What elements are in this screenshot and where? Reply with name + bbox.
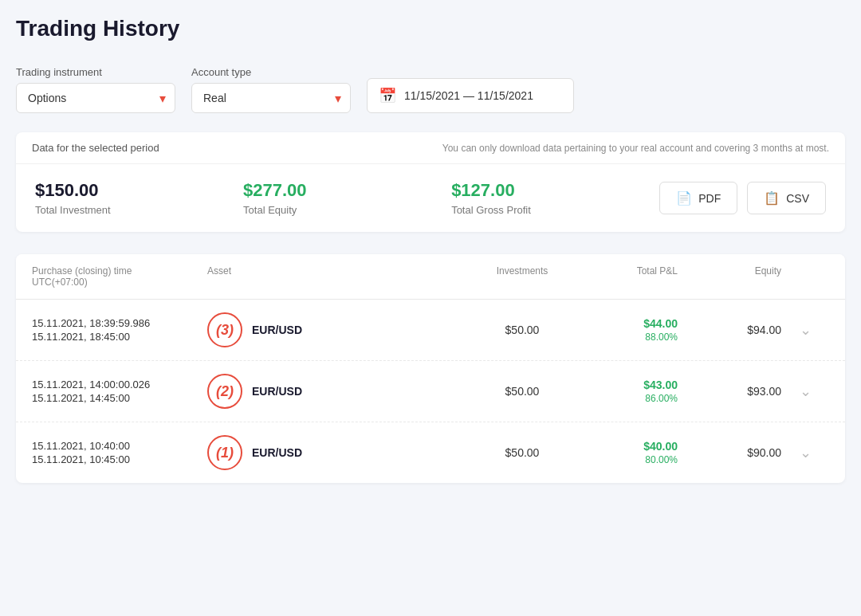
investment-1: $50.00	[470, 324, 574, 336]
th-asset: Asset	[207, 265, 470, 288]
equity-value-2: $93.00	[747, 385, 781, 398]
time-open-2: 15.11.2021, 14:00:00.026	[32, 379, 207, 390]
time-close-2: 15.11.2021, 14:45:00	[32, 392, 207, 404]
summary-content: $150.00 Total Investment $277.00 Total E…	[16, 164, 845, 232]
asset-cell-3: (1) EUR/USD	[207, 435, 470, 470]
asset-name-3: EUR/USD	[252, 446, 302, 459]
date-range-text: 11/15/2021 — 11/15/2021	[404, 89, 533, 102]
pnl-cell-1: $44.00 88.00%	[574, 317, 678, 343]
investment-3: $50.00	[470, 446, 574, 459]
pdf-button-label: PDF	[698, 192, 721, 205]
pnl-percent-2: 86.00%	[645, 393, 678, 404]
table-row: 15.11.2021, 14:00:00.026 15.11.2021, 14:…	[16, 361, 845, 422]
account-select[interactable]: Real Practice	[191, 83, 351, 113]
th-time: Purchase (closing) time UTC(+07:00)	[32, 265, 207, 288]
trades-table: Purchase (closing) time UTC(+07:00) Asse…	[16, 254, 845, 483]
pnl-percent-1: 88.00%	[645, 332, 678, 343]
equity-value-3: $90.00	[747, 446, 781, 459]
pnl-percent-3: 80.00%	[645, 454, 678, 465]
filters-section: Trading instrument Options Forex CFD ▾ A…	[16, 61, 845, 113]
equity-cell-1: $94.00	[678, 324, 781, 336]
total-investment-item: $150.00 Total Investment	[35, 180, 243, 216]
account-label: Account type	[191, 66, 351, 78]
total-equity-label: Total Equity	[243, 204, 451, 216]
time-close-1: 15.11.2021, 18:45:00	[32, 331, 207, 343]
total-investment-value: $150.00	[35, 180, 243, 201]
instrument-label: Trading instrument	[16, 66, 175, 78]
summary-section: Data for the selected period You can onl…	[16, 132, 845, 232]
expand-cell-3: ⌄	[781, 444, 829, 461]
investment-2: $50.00	[470, 385, 574, 398]
instrument-select-wrapper: Options Forex CFD ▾	[16, 83, 175, 113]
total-investment-label: Total Investment	[35, 204, 243, 216]
table-header: Purchase (closing) time UTC(+07:00) Asse…	[16, 254, 845, 300]
trade-badge-2: (2)	[207, 374, 242, 409]
expand-icon-1[interactable]: ⌄	[800, 321, 812, 339]
pdf-icon: 📄	[676, 190, 692, 206]
th-pnl: Total P&L	[574, 265, 678, 288]
date-range-picker[interactable]: 📅 11/15/2021 — 11/15/2021	[367, 78, 574, 113]
equity-cell-2: $93.00	[678, 385, 781, 398]
trade-badge-1: (1)	[207, 435, 242, 470]
account-filter-group: Account type Real Practice ▾	[191, 66, 351, 113]
th-equity: Equity	[678, 265, 781, 288]
summary-header: Data for the selected period You can onl…	[16, 132, 845, 164]
time-close-3: 15.11.2021, 10:45:00	[32, 453, 207, 465]
th-expand	[781, 265, 829, 288]
time-cell-3: 15.11.2021, 10:40:00 15.11.2021, 10:45:0…	[32, 440, 207, 465]
asset-cell-1: (3) EUR/USD	[207, 312, 470, 347]
total-equity-item: $277.00 Total Equity	[243, 180, 451, 216]
asset-name-1: EUR/USD	[252, 324, 302, 336]
expand-cell-1: ⌄	[781, 321, 829, 339]
total-profit-item: $127.00 Total Gross Profit	[451, 180, 659, 216]
total-equity-value: $277.00	[243, 180, 451, 201]
account-select-wrapper: Real Practice ▾	[191, 83, 351, 113]
csv-button-label: CSV	[786, 192, 809, 205]
equity-value-1: $94.00	[747, 324, 781, 336]
pnl-value-1: $44.00	[643, 317, 678, 330]
total-profit-value: $127.00	[451, 180, 659, 201]
expand-icon-3[interactable]: ⌄	[800, 444, 812, 461]
csv-export-button[interactable]: 📋 CSV	[747, 182, 826, 214]
table-row: 15.11.2021, 10:40:00 15.11.2021, 10:45:0…	[16, 422, 845, 483]
page-title: Trading History	[16, 16, 845, 41]
pnl-value-2: $43.00	[643, 379, 678, 391]
equity-cell-3: $90.00	[678, 446, 781, 459]
time-open-1: 15.11.2021, 18:39:59.986	[32, 317, 207, 329]
summary-note: You can only download data pertaining to…	[442, 143, 829, 154]
th-investments: Investments	[470, 265, 574, 288]
instrument-filter-group: Trading instrument Options Forex CFD ▾	[16, 66, 175, 113]
pnl-cell-3: $40.00 80.00%	[574, 440, 678, 465]
summary-actions: 📄 PDF 📋 CSV	[659, 182, 826, 214]
time-cell-2: 15.11.2021, 14:00:00.026 15.11.2021, 14:…	[32, 379, 207, 404]
asset-cell-2: (2) EUR/USD	[207, 374, 470, 409]
pnl-cell-2: $43.00 86.00%	[574, 379, 678, 404]
expand-icon-2[interactable]: ⌄	[800, 383, 812, 400]
pnl-value-3: $40.00	[643, 440, 678, 453]
asset-name-2: EUR/USD	[252, 385, 302, 398]
time-cell-1: 15.11.2021, 18:39:59.986 15.11.2021, 18:…	[32, 317, 207, 343]
expand-cell-2: ⌄	[781, 383, 829, 400]
pdf-export-button[interactable]: 📄 PDF	[659, 182, 737, 214]
time-open-3: 15.11.2021, 10:40:00	[32, 440, 207, 452]
summary-header-text: Data for the selected period	[32, 142, 159, 154]
total-profit-label: Total Gross Profit	[451, 204, 659, 216]
trade-badge-3: (3)	[207, 312, 242, 347]
instrument-select[interactable]: Options Forex CFD	[16, 83, 175, 113]
csv-icon: 📋	[764, 190, 780, 206]
table-row: 15.11.2021, 18:39:59.986 15.11.2021, 18:…	[16, 300, 845, 361]
page-container: Trading History Trading instrument Optio…	[0, 0, 861, 616]
calendar-icon: 📅	[379, 87, 396, 104]
